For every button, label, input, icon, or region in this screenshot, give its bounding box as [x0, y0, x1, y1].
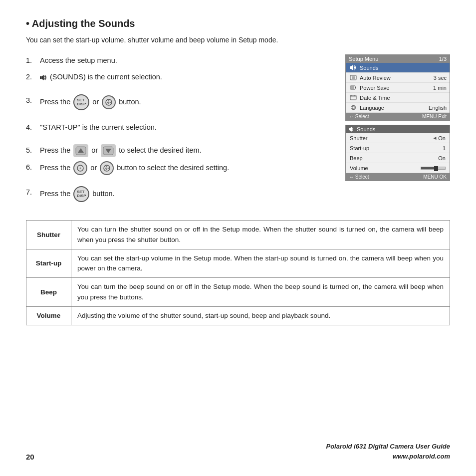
step-2: 2. (SOUNDS) is the current selection.	[26, 71, 335, 83]
svg-marker-37	[350, 127, 352, 132]
svg-rect-26	[355, 87, 356, 88]
auto-review-label: Auto Review	[360, 75, 434, 81]
steps-column: 1. Access the setup menu. 2. (SOUNDS) is…	[26, 54, 335, 206]
volume-bar-fill	[421, 167, 436, 169]
volume-value	[421, 167, 446, 170]
startup-value: 1	[443, 145, 446, 151]
svg-rect-36	[349, 128, 350, 130]
svg-point-24	[351, 76, 352, 77]
step-3-num: 3.	[26, 94, 40, 107]
intro-text: You can set the start-up volume, shutter…	[26, 34, 450, 45]
shutter-value: ◄ On	[432, 135, 446, 141]
startup-cell-label: Start-up	[26, 249, 71, 278]
step-1-num: 1.	[26, 54, 40, 67]
svg-rect-0	[40, 76, 42, 79]
table-row-startup: Start-up You can set the start-up volume…	[26, 249, 450, 278]
setup-menu-panel: Setup Menu 1/3 Sounds	[345, 54, 450, 121]
step-2-text: (SOUNDS) is the current selection.	[40, 71, 335, 83]
or-text-2: or	[91, 146, 100, 154]
thumb-button-3	[100, 161, 114, 175]
menu-row-auto-review: Auto Review 3 sec	[346, 73, 450, 83]
power-save-label: Power Save	[360, 85, 433, 91]
setup-footer-left: ↔ Select	[349, 114, 369, 119]
setup-footer-right: MENU Exit	[422, 114, 447, 119]
svg-marker-1	[42, 75, 44, 80]
step-6-num: 6.	[26, 161, 40, 174]
svg-point-4	[108, 103, 109, 104]
volume-bar	[421, 167, 446, 170]
beep-label: Beep	[350, 155, 438, 161]
table-row-beep: Beep You can turn the beep sound on or o…	[26, 278, 450, 307]
svg-point-7	[108, 101, 110, 103]
step-7-num: 7.	[26, 186, 40, 199]
sounds-panel-header: Sounds	[346, 125, 450, 133]
shutter-cell-desc: You can turn the shutter sound on or off…	[71, 221, 450, 249]
set-disp-button: SETDISP	[73, 94, 89, 110]
date-time-icon	[349, 94, 358, 101]
language-label: Language	[360, 105, 429, 111]
power-save-icon	[349, 84, 358, 91]
setup-menu-page: 1/3	[439, 56, 447, 62]
info-table: Shutter You can turn the shutter sound o…	[26, 220, 450, 325]
table-row-volume: Volume Adjusting the volume of the shutt…	[26, 306, 450, 325]
page: Adjusting the Sounds You can set the sta…	[0, 0, 476, 476]
step-3: 3. Press the SETDISP or	[26, 94, 335, 110]
svg-point-32	[351, 105, 356, 110]
brand-line1: Polaroid i631 Digital Camera User Guide	[326, 442, 450, 452]
language-icon	[349, 104, 358, 111]
svg-point-17	[105, 168, 106, 169]
section-title: Adjusting the Sounds	[26, 18, 450, 29]
sounds-row-icon	[349, 64, 358, 71]
language-value: English	[429, 105, 447, 111]
startup-cell-desc: You can set the start-up volume in the S…	[71, 249, 450, 278]
page-number: 20	[26, 453, 34, 461]
step-6: 6. Press the or	[26, 161, 335, 175]
svg-rect-20	[350, 66, 351, 69]
beep-value: On	[438, 155, 446, 161]
page-footer: 20 Polaroid i631 Digital Camera User Gui…	[26, 436, 450, 461]
step-4-text: "START-UP" is the current selection.	[40, 121, 335, 134]
setup-menu-title: Setup Menu	[349, 56, 378, 62]
volume-handle	[434, 166, 438, 171]
set-disp-button-2: SETDISP	[73, 186, 89, 202]
sounds-row-volume: Volume	[346, 163, 450, 173]
beep-cell-desc: You can turn the beep sound on or off in…	[71, 278, 450, 307]
step-5-text: Press the or to select	[40, 144, 335, 157]
screenshots-column: Setup Menu 1/3 Sounds	[345, 54, 450, 206]
step-6-text: Press the or	[40, 161, 335, 175]
menu-row-language: Language English	[346, 103, 450, 113]
svg-point-16	[106, 169, 107, 170]
table-row-shutter: Shutter You can turn the shutter sound o…	[26, 221, 450, 249]
footer-brand: Polaroid i631 Digital Camera User Guide …	[326, 442, 450, 461]
main-content: 1. Access the setup menu. 2. (SOUNDS) is…	[26, 54, 450, 206]
step-5: 5. Press the or	[26, 144, 335, 157]
sounds-icon	[40, 75, 47, 80]
beep-cell-label: Beep	[26, 278, 71, 307]
sounds-row-shutter: Shutter ◄ On	[346, 133, 450, 143]
setup-menu-header: Setup Menu 1/3	[346, 55, 450, 63]
svg-rect-28	[350, 95, 356, 100]
sounds-footer-right: MENU OK	[423, 174, 447, 180]
step-4: 4. "START-UP" is the current selection.	[26, 121, 335, 134]
thumb-button-2	[73, 161, 87, 175]
menu-row-power-save: Power Save 1 min	[346, 83, 450, 93]
sounds-footer-left: ↔ Select	[349, 174, 369, 180]
step-1: 1. Access the setup menu.	[26, 54, 335, 67]
auto-review-value: 3 sec	[434, 75, 447, 81]
startup-label: Start-up	[350, 145, 443, 151]
svg-rect-23	[352, 76, 355, 79]
or-text-3: or	[90, 164, 99, 172]
svg-point-18	[108, 168, 109, 169]
svg-point-15	[106, 166, 107, 167]
sounds-panel: Sounds Shutter ◄ On Start-up 1 Be	[345, 125, 450, 181]
volume-cell-label: Volume	[26, 306, 71, 325]
setup-menu-footer: ↔ Select MENU Exit	[346, 113, 450, 120]
shutter-arrow: ◄	[432, 135, 437, 141]
thumb-button	[102, 95, 116, 109]
shutter-label: Shutter	[350, 135, 432, 141]
svg-point-6	[110, 102, 111, 103]
svg-rect-27	[351, 86, 354, 89]
svg-point-3	[108, 100, 109, 101]
step-2-num: 2.	[26, 71, 40, 83]
menu-row-sounds: Sounds	[346, 63, 450, 73]
